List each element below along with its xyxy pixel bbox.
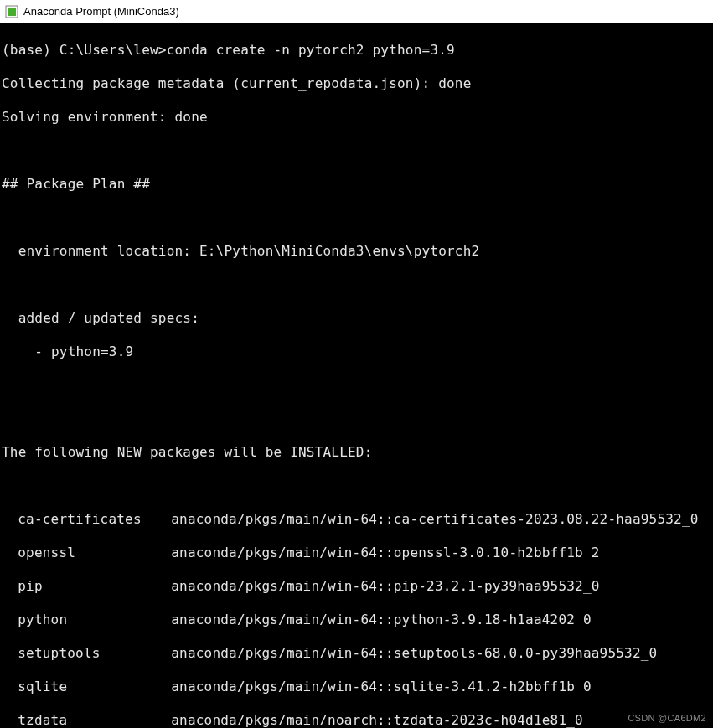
package-row: tzdataanaconda/pkgs/main/noarch::tzdata-… [2, 712, 713, 728]
window-title: Anaconda Prompt (MiniConda3) [23, 5, 179, 18]
plan-header: ## Package Plan ## [2, 176, 713, 193]
window-frame: Anaconda Prompt (MiniConda3) (base) C:\U… [0, 0, 713, 728]
package-name: tzdata [2, 712, 171, 728]
blank-line [2, 209, 713, 226]
blank-line [2, 478, 713, 494]
package-row: pythonanaconda/pkgs/main/win-64::python-… [2, 612, 713, 628]
package-spec: anaconda/pkgs/main/noarch::tzdata-2023c-… [171, 712, 583, 728]
shell-prompt: (base) C:\Users\lew> [2, 42, 167, 58]
package-spec: anaconda/pkgs/main/win-64::sqlite-3.41.2… [171, 679, 591, 695]
new-packages-header: The following NEW packages will be INSTA… [2, 444, 713, 461]
env-location-line: environment location: E:\Python\MiniCond… [2, 243, 713, 260]
package-name: openssl [2, 545, 171, 561]
blank-line [2, 410, 713, 427]
env-loc-label: environment location: [2, 243, 199, 259]
package-row: pipanaconda/pkgs/main/win-64::pip-23.2.1… [2, 578, 713, 595]
package-row: ca-certificatesanaconda/pkgs/main/win-64… [2, 511, 713, 528]
package-row: setuptoolsanaconda/pkgs/main/win-64::set… [2, 645, 713, 662]
package-name: pip [2, 578, 171, 595]
app-icon [5, 5, 18, 18]
prompt-line: (base) C:\Users\lew>conda create -n pyto… [2, 42, 713, 59]
env-loc-path: E:\Python\MiniConda3\envs\pytorch2 [199, 243, 479, 259]
package-spec: anaconda/pkgs/main/win-64::setuptools-68… [171, 645, 657, 662]
package-spec: anaconda/pkgs/main/win-64::ca-certificat… [171, 511, 698, 528]
blank-line [2, 377, 713, 394]
svg-rect-1 [8, 8, 16, 16]
added-spec-item: - python=3.9 [2, 343, 713, 360]
package-name: setuptools [2, 645, 171, 662]
solving-line: Solving environment: done [2, 109, 713, 126]
watermark: CSDN @CA6DM2 [628, 713, 706, 723]
package-row: sqliteanaconda/pkgs/main/win-64::sqlite-… [2, 679, 713, 695]
command-text: conda create -n pytorch2 python=3.9 [167, 42, 455, 58]
blank-line [2, 276, 713, 293]
added-specs-label: added / updated specs: [2, 310, 713, 327]
blank-line [2, 142, 713, 159]
package-name: sqlite [2, 679, 171, 695]
package-spec: anaconda/pkgs/main/win-64::openssl-3.0.1… [171, 545, 599, 561]
package-name: python [2, 612, 171, 628]
package-row: opensslanaconda/pkgs/main/win-64::openss… [2, 545, 713, 561]
terminal-output[interactable]: (base) C:\Users\lew>conda create -n pyto… [0, 23, 713, 728]
titlebar[interactable]: Anaconda Prompt (MiniConda3) [0, 0, 713, 23]
package-spec: anaconda/pkgs/main/win-64::pip-23.2.1-py… [171, 578, 599, 595]
package-name: ca-certificates [2, 511, 171, 528]
collecting-line: Collecting package metadata (current_rep… [2, 75, 713, 92]
package-spec: anaconda/pkgs/main/win-64::python-3.9.18… [171, 612, 591, 628]
